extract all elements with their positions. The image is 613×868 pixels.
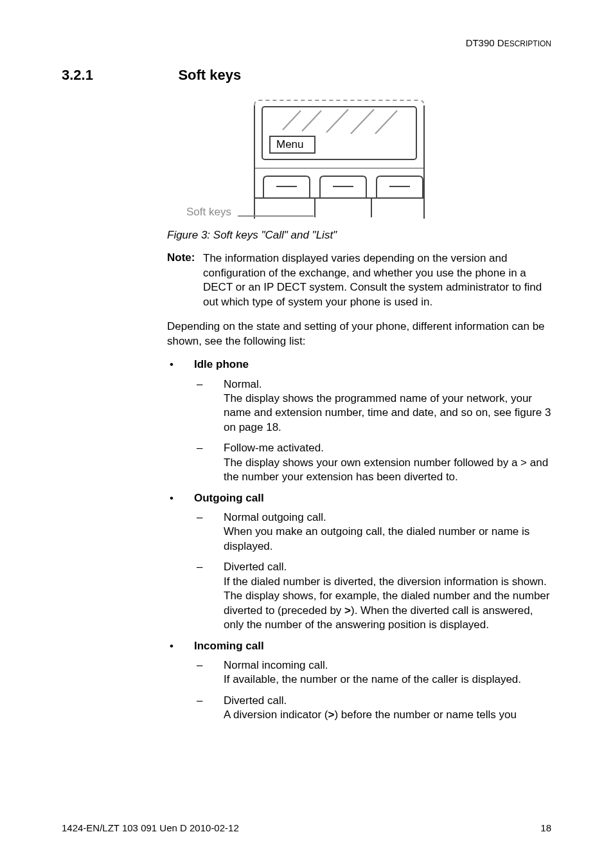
l2-title: Normal incoming call. [224, 659, 328, 671]
section-title: Soft keys [178, 67, 241, 83]
l1-idle-head: Idle phone [194, 358, 249, 370]
section-heading-row: 3.2.1 Soft keys [62, 67, 551, 84]
note-block: Note: The information displayed varies d… [167, 251, 551, 309]
l2-title: Follow-me activated. [224, 442, 324, 454]
l2-out-normal: Normal outgoing call. When you make an o… [194, 511, 551, 554]
footer-left: 1424-EN/LZT 103 091 Uen D 2010-02-12 [62, 822, 239, 833]
menu-chip-label: Menu [276, 138, 304, 150]
svg-line-5 [326, 109, 348, 132]
l2-body: The display shows the programmed name of… [224, 392, 551, 433]
l1-incoming: Incoming call Normal incoming call. If a… [167, 639, 551, 723]
softkeys-diagram: Menu [238, 96, 437, 219]
l2-idle-normal: Normal. The display shows the programmed… [194, 377, 551, 435]
svg-line-7 [375, 111, 397, 134]
running-header: DT390 DESCRIPTION [466, 37, 551, 48]
note-body: The information displayed varies dependi… [203, 251, 551, 309]
l2-bold: > [344, 604, 351, 617]
l2-title: Normal. [224, 378, 262, 390]
l2-title: Diverted call. [224, 561, 287, 573]
figure: Soft keys Menu [186, 96, 551, 219]
l1-outgoing-head: Outgoing call [194, 492, 264, 504]
l2-body-post: ) before the number or name tells you [334, 709, 516, 721]
page: DT390 DESCRIPTION 3.2.1 Soft keys Soft k… [0, 0, 613, 868]
l1-outgoing: Outgoing call Normal outgoing call. When… [167, 491, 551, 633]
l2-body-pre: A diversion indicator ( [224, 709, 328, 721]
l2-out-diverted: Diverted call. If the dialed number is d… [194, 560, 551, 632]
svg-line-3 [283, 111, 301, 130]
l2-body: The display shows your own extension num… [224, 457, 548, 483]
l2-bold: > [328, 709, 335, 721]
softkeys-callout-label: Soft keys [186, 206, 231, 219]
footer-page: 18 [540, 822, 551, 833]
l2-idle-followme: Follow-me activated. The display shows y… [194, 441, 551, 484]
figure-caption: Figure 3: Soft keys "Call" and "List" [167, 229, 551, 242]
svg-line-6 [351, 109, 374, 134]
svg-line-4 [302, 111, 321, 131]
l1-idle: Idle phone Normal. The display shows the… [167, 357, 551, 485]
l2-title: Diverted call. [224, 694, 287, 707]
section-number: 3.2.1 [62, 67, 93, 84]
l2-body: When you make an outgoing call, the dial… [224, 525, 529, 552]
l2-in-diverted: Diverted call. A diversion indicator (>)… [194, 694, 551, 723]
content-column: Soft keys Menu [167, 96, 551, 729]
note-label: Note: [167, 251, 195, 264]
l2-in-normal: Normal incoming call. If available, the … [194, 658, 551, 687]
l2-outgoing: Normal outgoing call. When you make an o… [194, 511, 551, 633]
header-text: DT390 DESCRIPTION [466, 37, 551, 48]
l2-incoming: Normal incoming call. If available, the … [194, 658, 551, 723]
l1-incoming-head: Incoming call [194, 640, 264, 652]
intro-paragraph: Depending on the state and setting of yo… [167, 320, 551, 348]
level1-list: Idle phone Normal. The display shows the… [167, 357, 551, 723]
l2-idle: Normal. The display shows the programmed… [194, 377, 551, 485]
l2-title: Normal outgoing call. [224, 511, 326, 523]
l2-body: If available, the number or the name of … [224, 673, 521, 685]
footer: 1424-EN/LZT 103 091 Uen D 2010-02-12 18 [62, 822, 551, 833]
